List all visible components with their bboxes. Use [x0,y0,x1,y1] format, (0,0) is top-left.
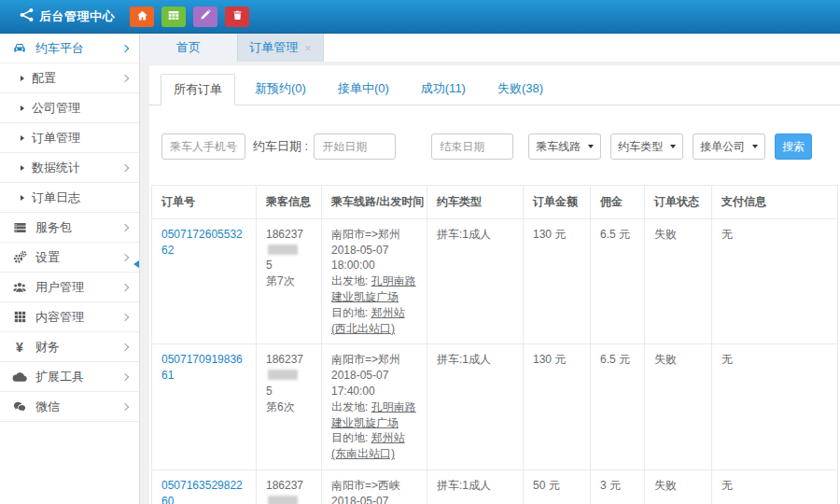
tab-home[interactable]: 首页 [140,34,238,62]
dropdown-arrow-icon [752,145,758,148]
chevron-right-icon [121,163,129,171]
sidebar-collapse-toggle[interactable] [133,260,139,268]
sidebar-item-label: 微信 [35,399,60,415]
commission-cell: 6.5 元 [591,218,645,344]
status-cell: 失败 [645,344,712,470]
commission-cell: 3 元 [591,469,645,504]
users-icon [11,281,28,294]
masked-phone-segment [268,370,298,380]
sidebar-item-label: 服务包 [35,219,72,236]
dropdown-arrow-icon [670,145,676,148]
yen-icon: ¥ [11,340,28,355]
sidebar-item-order-log[interactable]: 订单日志 [0,183,139,213]
order-number-link[interactable]: 050717260553262 [161,228,243,257]
sidebar-item-config[interactable]: 配置 [0,63,139,93]
chevron-right-icon [121,402,129,410]
sidebar-item-data-statistics[interactable]: 数据统计 [0,153,139,183]
topbar-quick-buttons [130,7,257,27]
payment-cell: 无 [712,218,838,344]
caret-right-icon [21,76,24,81]
order-number-link[interactable]: 050716352982260 [161,479,243,504]
commission-cell: 6.5 元 [591,344,645,470]
sidebar-item-label: 扩展工具 [35,369,84,385]
booking-date-label: 约车日期 : [253,138,308,155]
topbar: 后台管理中心 [0,0,840,34]
home-button[interactable] [130,7,154,27]
sidebar-item-extension-tools[interactable]: 扩展工具 [0,362,139,392]
col-commission: 佣金 [591,186,645,219]
route-cell: 南阳市=>郑州 2018-05-07 18:00:00 出发地: 孔明南路建业凯… [322,218,427,344]
amount-cell: 50 元 [524,469,591,504]
passenger-phone-input[interactable] [161,133,245,160]
tab-order-management[interactable]: 订单管理 × [238,34,324,62]
chevron-right-icon [121,343,129,350]
trash-icon [232,9,243,24]
accepting-company-select[interactable]: 接单公司 [693,133,765,160]
sidebar-item-company-management[interactable]: 公司管理 [0,93,139,123]
filter-bar: 约车日期 : 乘车线路 约车类型 接单公司 搜索 [149,105,840,160]
tab-in-progress[interactable]: 接单中(0) [326,74,401,105]
order-status-tabs: 所有订单 新预约(0) 接单中(0) 成功(11) 失败(38) [149,65,840,105]
masked-phone-segment [268,496,298,504]
sidebar-item-settings[interactable]: 设置 [0,243,139,273]
sidebar-item-content-management[interactable]: 内容管理 [0,302,139,332]
passenger-cell: 186237 5 第6次 [257,344,322,470]
col-route-time: 乘车线路/出发时间 [322,186,427,219]
chevron-right-icon [121,313,129,320]
order-row: 050717260553262 186237 5 第7次 南阳市=>郑州 201… [152,218,838,344]
orders-table-wrap: 订单号 乘客信息 乘车线路/出发时间 约车类型 订单金额 佣金 订单状态 支付信… [149,160,840,504]
sidebar-item-label: 设置 [35,249,60,266]
chevron-right-icon [121,74,129,81]
sidebar-item-order-management[interactable]: 订单管理 [0,123,139,153]
sidebar-item-user-management[interactable]: 用户管理 [0,273,139,302]
caret-right-icon [21,195,24,201]
close-icon[interactable]: × [304,42,312,54]
content-panel: 所有订单 新预约(0) 接单中(0) 成功(11) 失败(38) 约车日期 : … [149,65,840,504]
sidebar-item-label: 订单管理 [32,130,80,147]
sidebar: 约车平台 配置 公司管理 订单管理 数据统计 订单日志 [0,34,140,504]
car-icon [11,42,28,55]
amount-cell: 130 元 [524,344,591,470]
amount-cell: 130 元 [524,218,591,344]
route-select[interactable]: 乘车线路 [528,133,601,160]
order-number-link[interactable]: 050717091983661 [161,353,243,382]
sidebar-item-wechat[interactable]: 微信 [0,392,139,422]
edit-button[interactable] [193,7,217,27]
sidebar-item-service-package[interactable]: 服务包 [0,213,139,243]
chevron-right-icon [121,372,129,380]
col-amount: 订单金额 [524,186,591,219]
booking-type-cell: 拼车:1成人 [427,344,524,470]
tab-success[interactable]: 成功(11) [409,74,478,105]
chevron-right-icon [121,44,129,51]
dropdown-arrow-icon [588,145,594,148]
tab-new-reservations[interactable]: 新预约(0) [243,74,318,105]
chevron-right-icon [121,283,129,290]
passenger-cell: 186237 5 第7次 [257,218,322,344]
sidebar-item-finance[interactable]: ¥ 财务 [0,332,139,362]
passenger-cell: 186237 5 第5次 [257,469,322,504]
caret-right-icon [21,165,24,171]
col-status: 订单状态 [645,186,712,219]
search-button[interactable]: 搜索 [775,133,812,160]
booking-type-select[interactable]: 约车类型 [610,133,683,160]
col-booking-type: 约车类型 [427,186,524,219]
sidebar-item-booking-platform[interactable]: 约车平台 [0,34,139,63]
end-date-input[interactable] [431,133,513,160]
sidebar-item-label: 公司管理 [32,100,80,117]
calendar-button[interactable] [161,7,186,27]
tab-all-orders[interactable]: 所有订单 [161,74,235,105]
sidebar-item-label: 数据统计 [32,160,80,176]
settings-gears-icon [11,250,28,264]
start-date-input[interactable] [314,133,396,160]
cloud-icon [11,371,28,383]
chevron-right-icon [121,253,129,260]
caret-right-icon [21,135,24,141]
orders-table: 订单号 乘客信息 乘车线路/出发时间 约车类型 订单金额 佣金 订单状态 支付信… [151,185,838,504]
delete-button[interactable] [225,7,249,27]
wechat-icon [11,400,28,413]
tab-failed[interactable]: 失败(38) [485,74,555,105]
col-passenger-info: 乘客信息 [257,186,322,219]
masked-phone-segment [268,245,298,255]
route-cell: 南阳市=>郑州 2018-05-07 17:40:00 出发地: 孔明南路建业凯… [322,344,427,470]
home-icon [136,9,148,24]
